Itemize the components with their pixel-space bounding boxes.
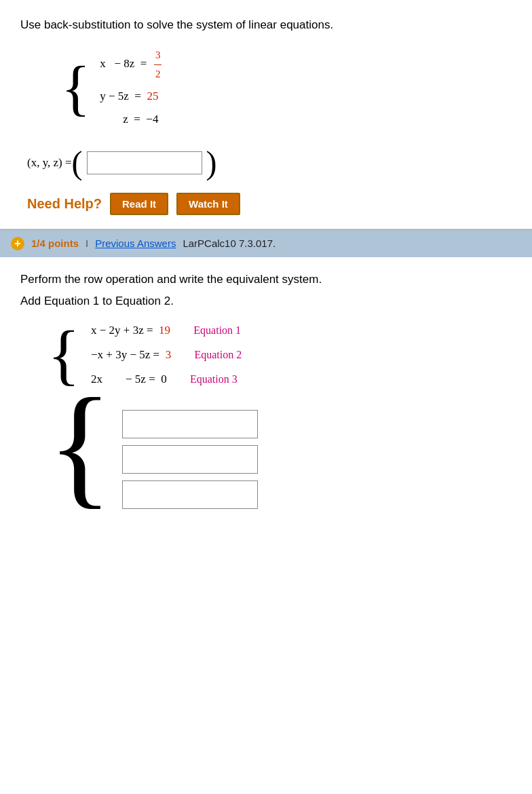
s2-eq1-left: x − 2y + 3z =	[91, 324, 156, 337]
equation-2: y − 5z = 25	[100, 86, 163, 107]
answer-input[interactable]	[87, 151, 202, 174]
plus-circle-icon: +	[11, 237, 24, 250]
brace-left-icon: {	[61, 58, 90, 119]
previous-answers-link[interactable]: Previous Answers	[95, 238, 176, 249]
brace-left3-icon: {	[48, 404, 113, 479]
answer-inputs-col	[122, 404, 258, 509]
eq1-fraction: 3 2	[154, 46, 162, 83]
answer-input-3[interactable]	[122, 480, 258, 509]
eq2-right: 25	[147, 90, 158, 102]
points-label: 1/4 points	[31, 238, 79, 249]
answer-input-1[interactable]	[122, 410, 258, 438]
need-help-row: Need Help? Read It Watch It	[27, 193, 512, 215]
section-1: Use back-substitution to solve the syste…	[0, 0, 532, 229]
separator: I	[86, 238, 88, 249]
section-2-body: Perform the row operation and write the …	[0, 257, 532, 526]
answer-system: {	[48, 404, 512, 509]
equations-block-2: x − 2y + 3z = 19 Equation 1 −x + 3y − 5z…	[91, 319, 242, 391]
fraction-denominator: 2	[154, 65, 162, 83]
problem-text-2: Perform the row operation and write the …	[20, 271, 512, 288]
s2-eq3-label: Equation 3	[190, 373, 238, 385]
equation-1: x − 8z = 3 2	[100, 46, 163, 83]
open-paren-icon: (	[72, 147, 83, 179]
equation-system-1: { x − 8z = 3 2 y − 5z = 25 z = −4	[61, 46, 512, 130]
eq1-left: x − 8z =	[100, 57, 149, 70]
problem-text-1: Use back-substitution to solve the syste…	[20, 16, 512, 34]
s2-eq1-right: 19	[159, 324, 170, 337]
answer-input-2[interactable]	[122, 445, 258, 474]
section-2-header: + 1/4 points I Previous Answers LarPCalc…	[0, 229, 532, 257]
answer-row: (x, y, z) = ( )	[27, 147, 512, 179]
close-paren-icon: )	[206, 147, 217, 179]
eq3-left: z = −4	[100, 113, 158, 126]
answer-label: (x, y, z) =	[27, 156, 72, 170]
system2-eq3: 2x − 5z = 0 Equation 3	[91, 368, 242, 391]
need-help-label: Need Help?	[27, 196, 102, 212]
problem-id: LarPCalc10 7.3.017.	[183, 238, 276, 249]
s2-eq2-right: 3	[166, 348, 172, 361]
watch-it-button[interactable]: Watch It	[176, 193, 240, 215]
equation-system-2: { x − 2y + 3z = 19 Equation 1 −x + 3y − …	[48, 319, 512, 391]
s2-eq2-label: Equation 2	[194, 349, 242, 360]
system2-eq2: −x + 3y − 5z = 3 Equation 2	[91, 343, 242, 366]
equation-3: z = −4	[100, 109, 163, 130]
read-it-button[interactable]: Read It	[110, 193, 168, 215]
s2-eq3-right: 0	[161, 373, 167, 385]
s2-eq1-label: Equation 1	[193, 324, 241, 336]
system2-eq1: x − 2y + 3z = 19 Equation 1	[91, 319, 242, 342]
eq2-left: y − 5z =	[100, 90, 144, 102]
equations-block-1: x − 8z = 3 2 y − 5z = 25 z = −4	[100, 46, 163, 130]
add-equation-text: Add Equation 1 to Equation 2.	[20, 295, 512, 308]
fraction-numerator: 3	[154, 46, 162, 65]
s2-eq2-left: −x + 3y − 5z =	[91, 348, 162, 361]
